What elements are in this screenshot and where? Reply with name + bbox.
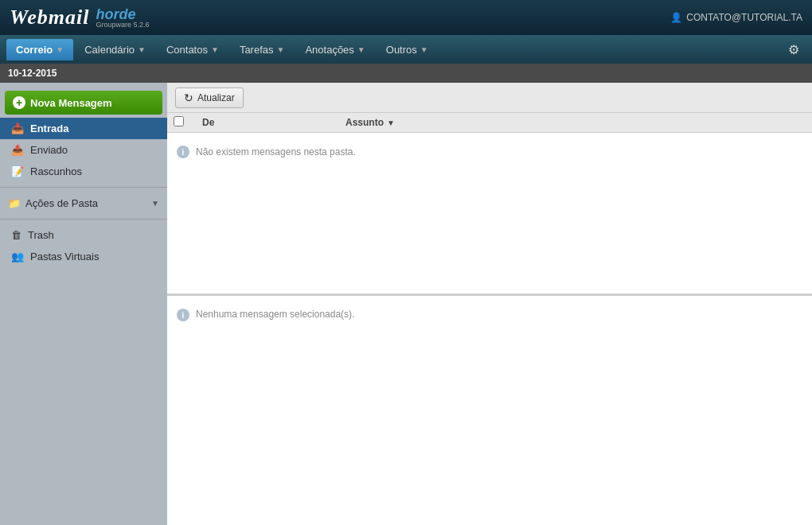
nav-calendario-label: Calendário <box>84 44 135 56</box>
user-info: 👤 CONTATO@TUTORIAL.TA <box>670 12 802 23</box>
nav-correio-arrow: ▼ <box>56 45 64 54</box>
plus-icon: + <box>13 96 25 109</box>
folder-actions-button[interactable]: 📁 Ações de Pasta ▼ <box>0 192 167 214</box>
column-subject: Assunto ▼ <box>339 117 812 128</box>
content-area: ↻ Atualizar De Assunto ▼ i Não existem m… <box>167 83 812 525</box>
folder-actions-arrow: ▼ <box>151 199 159 208</box>
new-message-label: Nova Mensagem <box>30 97 112 109</box>
virtual-folders-icon: 👥 <box>11 251 24 262</box>
nav-contatos-arrow: ▼ <box>211 45 219 54</box>
preview-pane: i Nenhuma mensagem selecionada(s). <box>167 296 812 525</box>
email-empty-message: i Não existem mensagens nesta pasta. <box>167 133 812 171</box>
nav-tarefas-arrow: ▼ <box>277 45 285 54</box>
sidebar-item-trash[interactable]: 🗑 Trash <box>0 224 167 246</box>
sidebar-entrada-label: Entrada <box>30 122 68 134</box>
email-list-header: De Assunto ▼ <box>167 113 812 133</box>
nav-anotacoes-label: Anotações <box>305 44 353 56</box>
sidebar-item-enviado[interactable]: 📤 Enviado <box>0 139 167 161</box>
nav-calendario-arrow: ▼ <box>138 45 146 54</box>
sidebar-divider-2 <box>0 219 167 220</box>
nav-item-correio[interactable]: Correio ▼ <box>6 39 73 60</box>
sidebar-item-entrada[interactable]: 📥 Entrada <box>0 118 167 139</box>
webmail-logo: Webmail <box>10 6 89 29</box>
refresh-icon: ↻ <box>184 91 193 104</box>
nav-item-contatos[interactable]: Contatos ▼ <box>157 39 228 60</box>
subject-label: Assunto <box>345 117 384 128</box>
sidebar-divider-1 <box>0 187 167 188</box>
drafts-icon: 📝 <box>11 165 24 177</box>
trash-icon: 🗑 <box>11 229 21 241</box>
nav-item-outros[interactable]: Outros ▼ <box>377 39 438 60</box>
sidebar-enviado-label: Enviado <box>30 144 68 156</box>
sidebar-item-pastas-virtuais[interactable]: 👥 Pastas Virtuais <box>0 246 167 267</box>
sidebar-item-rascunhos[interactable]: 📝 Rascunhos <box>0 161 167 182</box>
current-date: 10-12-2015 <box>8 68 57 79</box>
column-from: De <box>196 117 339 128</box>
info-icon: i <box>177 146 189 158</box>
folder-actions-label: Ações de Pasta <box>25 197 98 209</box>
nav-item-tarefas[interactable]: Tarefas ▼ <box>230 39 295 60</box>
column-check[interactable] <box>167 116 196 129</box>
sidebar-rascunhos-label: Rascunhos <box>30 165 82 177</box>
horde-text: horde <box>96 7 149 21</box>
user-icon: 👤 <box>670 12 682 23</box>
top-bar: Webmail horde Groupware 5.2.6 👤 CONTATO@… <box>0 0 812 35</box>
horde-brand: horde Groupware 5.2.6 <box>96 7 149 29</box>
nav-bar: Correio ▼ Calendário ▼ Contatos ▼ Tarefa… <box>0 35 812 64</box>
empty-list-text: Não existem mensagens nesta pasta. <box>196 146 356 158</box>
refresh-label: Atualizar <box>197 92 235 103</box>
nav-anotacoes-arrow: ▼ <box>357 45 365 54</box>
logo-area: Webmail horde Groupware 5.2.6 <box>10 6 149 29</box>
groupware-text: Groupware 5.2.6 <box>96 21 149 29</box>
new-message-button[interactable]: + Nova Mensagem <box>5 91 162 115</box>
sidebar-trash-label: Trash <box>28 229 54 241</box>
nav-item-calendario[interactable]: Calendário ▼ <box>75 39 155 60</box>
date-bar: 10-12-2015 <box>0 64 812 83</box>
toolbar: ↻ Atualizar <box>167 83 812 113</box>
folder-icon: 📁 <box>8 197 21 209</box>
nav-item-anotacoes[interactable]: Anotações ▼ <box>295 39 374 60</box>
nav-outros-arrow: ▼ <box>420 45 428 54</box>
nav-tarefas-label: Tarefas <box>240 44 274 56</box>
refresh-button[interactable]: ↻ Atualizar <box>175 88 244 108</box>
main-layout: + Nova Mensagem 📥 Entrada 📤 Enviado 📝 Ra… <box>0 83 812 525</box>
nav-contatos-label: Contatos <box>166 44 208 56</box>
sidebar-pastas-virtuais-label: Pastas Virtuais <box>30 251 99 262</box>
user-email: CONTATO@TUTORIAL.TA <box>686 12 802 23</box>
sort-arrow-icon[interactable]: ▼ <box>387 119 395 127</box>
settings-button[interactable]: ⚙ <box>782 39 806 60</box>
preview-info-icon: i <box>177 309 189 321</box>
email-list[interactable]: De Assunto ▼ i Não existem mensagens nes… <box>167 113 812 296</box>
sidebar: + Nova Mensagem 📥 Entrada 📤 Enviado 📝 Ra… <box>0 83 167 525</box>
preview-empty-text: Nenhuma mensagem selecionada(s). <box>196 309 354 320</box>
nav-correio-label: Correio <box>16 44 53 56</box>
inbox-icon: 📥 <box>11 122 24 134</box>
select-all-checkbox[interactable] <box>174 116 184 126</box>
nav-outros-label: Outros <box>386 44 417 56</box>
sent-icon: 📤 <box>11 144 24 156</box>
